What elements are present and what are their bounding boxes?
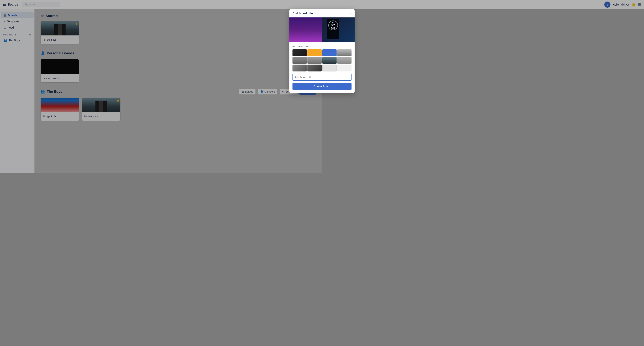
modal-body: Background ···	[290, 42, 322, 93]
bg-option-1[interactable]	[292, 49, 307, 56]
bg-option-9[interactable]	[292, 64, 307, 71]
modal-create-button[interactable]: Create Board	[292, 83, 322, 90]
bg-option-10[interactable]	[308, 64, 322, 71]
board-title-input[interactable]	[292, 74, 322, 81]
bg-option-2[interactable]	[308, 49, 322, 56]
background-label: Background	[292, 45, 322, 48]
modal-wrapper: Add board title × 129 76 3 Background	[290, 9, 322, 93]
modal-preview: 129 76 3	[290, 17, 322, 42]
modal-bg-left-gradient	[290, 17, 322, 42]
create-board-modal: Add board title × 129 76 3 Background	[290, 9, 322, 93]
bg-option-6[interactable]	[308, 57, 322, 64]
modal-title: Add board title	[292, 12, 313, 15]
modal-preview-bg: 129 76 3	[290, 17, 322, 42]
modal-overlay[interactable]: Add board title × 129 76 3 Background	[0, 0, 322, 173]
bg-option-5[interactable]	[292, 57, 307, 64]
bg-options-grid: ···	[292, 49, 322, 71]
modal-header: Add board title ×	[290, 9, 322, 17]
